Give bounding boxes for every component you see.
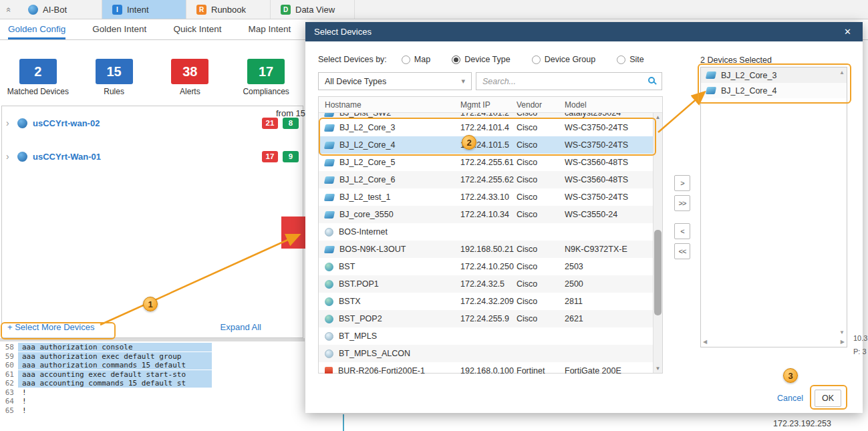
device-row[interactable]: BJ_Dist_SW2172.24.101.2Ciscocatalyst2950… <box>319 113 662 119</box>
scroll-right-icon[interactable]: ▶ <box>841 339 845 345</box>
line-number: 58 <box>0 343 18 351</box>
model-cell: WS-C3550-24 <box>565 210 653 219</box>
hostname-text: BJ_L2_test_1 <box>339 192 390 202</box>
header-hostname[interactable]: Hostname <box>319 100 460 110</box>
stat-alerts[interactable]: 38 Alerts <box>152 59 229 96</box>
header-model[interactable]: Model <box>565 100 653 110</box>
device-row[interactable]: BST.POP1172.24.32.5Cisco2500 <box>319 275 662 293</box>
device-type-dropdown[interactable]: All Device Types ▾ <box>318 72 472 90</box>
hostname-cell: BSTX <box>319 297 460 306</box>
radio-option-site[interactable]: Site <box>617 55 644 64</box>
subtab-quick-intent[interactable]: Quick Intent <box>173 19 221 39</box>
device-row[interactable]: BJ_L2_Core_3172.24.101.4CiscoWS-C3750-24… <box>319 119 662 136</box>
ok-count-badge: 8 <box>283 118 299 129</box>
stat-matched-devices[interactable]: 2 Matched Devices <box>0 59 76 96</box>
device-row[interactable]: BJ_core_3550172.24.10.34CiscoWS-C3550-24 <box>319 206 662 223</box>
tab-runbook[interactable]: R Runbook <box>186 0 271 19</box>
hostname-cell: BOS-N9K-L3OUT <box>319 245 460 254</box>
expand-chevron-icon[interactable]: › <box>6 118 16 128</box>
tab-data-view[interactable]: D Data View <box>271 0 355 19</box>
router-device-icon <box>325 297 333 306</box>
hostname-cell: BST_POP2 <box>319 314 460 323</box>
scroll-up-icon[interactable]: ▲ <box>654 113 662 122</box>
radio-label: Device Group <box>545 55 595 64</box>
device-row[interactable]: BOS-Internet <box>319 223 662 241</box>
selected-devices-list: BJ_L2_Core_3BJ_L2_Core_4 <box>701 67 847 98</box>
device-row[interactable]: BJ_L2_Core_4172.24.101.5CiscoWS-C3750-24… <box>319 136 662 154</box>
subtab-golden-intent[interactable]: Golden Intent <box>92 19 146 39</box>
device-tree-row[interactable]: › usCCYrt-Wan-01 17 9 <box>6 148 299 165</box>
selected-device-name: BJ_L2_Core_4 <box>721 86 776 96</box>
scroll-thumb[interactable] <box>654 230 662 315</box>
device-row[interactable]: BT_MPLS_ALCON <box>319 345 662 362</box>
mgmt-ip-cell: 172.24.255.62 <box>460 175 517 184</box>
scroll-down-icon[interactable]: ▼ <box>839 329 845 335</box>
radio-option-device-group[interactable]: Device Group <box>532 55 595 64</box>
collapse-icon[interactable]: « <box>0 0 18 19</box>
scroll-left-icon[interactable]: ◀ <box>703 339 707 345</box>
device-row[interactable]: BOS-N9K-L3OUT192.168.50.21CiscoN9K-C9372… <box>319 241 662 258</box>
tab-intent[interactable]: I Intent <box>102 0 186 19</box>
device-tree-row[interactable]: › usCCYrt-wan-02 21 8 <box>6 114 299 132</box>
search-icon[interactable] <box>648 77 655 84</box>
ok-button[interactable]: OK <box>815 390 841 407</box>
mgmt-ip-cell: 172.24.10.34 <box>460 210 517 219</box>
subtab-golden-config[interactable]: Golden Config <box>8 19 65 39</box>
scroll-up-icon[interactable]: ▲ <box>839 69 845 76</box>
router-device-icon <box>325 280 333 289</box>
header-vendor[interactable]: Vendor <box>517 100 565 110</box>
expand-all-link[interactable]: Expand All <box>221 322 261 332</box>
code-line: 58aaa authorization console <box>0 343 305 352</box>
select-more-devices-link[interactable]: + Select More Devices <box>7 322 94 332</box>
from-text-fragment: from 15 <box>276 108 305 118</box>
device-row[interactable]: BJ_L2_test_1172.24.33.10CiscoWS-C3750-24… <box>319 188 662 206</box>
selected-device-item[interactable]: BJ_L2_Core_3 <box>701 67 847 83</box>
move-all-right-button[interactable]: >> <box>674 195 690 211</box>
device-row[interactable]: BT_MPLS <box>319 327 662 345</box>
device-row[interactable]: BUR-R206-Forti200E-1192.168.0.100Fortine… <box>319 362 662 374</box>
search-input[interactable] <box>476 73 662 90</box>
close-icon[interactable]: ✕ <box>841 27 854 37</box>
vendor-cell: Fortinet <box>517 366 565 374</box>
radio-option-map[interactable]: Map <box>402 55 430 64</box>
alert-box-fragment <box>281 217 306 249</box>
radio-option-device-type[interactable]: Device Type <box>452 55 511 64</box>
tab-ai-bot[interactable]: AI-Bot <box>18 0 102 19</box>
code-line: 60aaa authorization commands 15 default <box>0 361 305 370</box>
move-left-button[interactable]: < <box>674 223 690 239</box>
stats-row: 2 Matched Devices 15 Rules 38 Alerts 17 … <box>0 59 304 96</box>
device-row[interactable]: BJ_L2_Core_5172.24.255.61CiscoWS-C3560-4… <box>319 154 662 171</box>
stat-value: 2 <box>19 59 57 84</box>
select-by-label: Select Devices by: <box>318 55 387 64</box>
hostname-cell: BOS-Internet <box>319 227 460 237</box>
hostname-text: BT_MPLS <box>339 331 377 341</box>
device-row[interactable]: BSTX172.24.32.209Cisco2811 <box>319 293 662 310</box>
radio-icon <box>452 55 460 64</box>
move-right-button[interactable]: > <box>674 175 690 191</box>
subtab-map-intent[interactable]: Map Intent <box>248 19 291 39</box>
device-name: usCCYrt-wan-02 <box>33 118 257 128</box>
expand-chevron-icon[interactable]: › <box>6 151 16 162</box>
chevron-down-icon: ▾ <box>461 77 465 86</box>
stat-compliances[interactable]: 17 Compliances <box>228 59 304 96</box>
header-mgmt-ip[interactable]: Mgmt IP <box>460 100 517 110</box>
config-editor[interactable]: 58aaa authorization console59aaa authori… <box>0 343 305 431</box>
globe-device-icon <box>325 332 333 341</box>
selected-device-item[interactable]: BJ_L2_Core_4 <box>701 83 847 98</box>
hostname-text: BST <box>339 262 355 271</box>
table-scrollbar[interactable]: ▲ ▼ <box>653 113 662 373</box>
device-row[interactable]: BST172.24.10.250Cisco2503 <box>319 258 662 275</box>
move-all-left-button[interactable]: << <box>674 243 690 259</box>
vendor-cell: Cisco <box>517 140 565 150</box>
annotation-step-3: 3 <box>783 368 798 383</box>
radio-label: Device Type <box>464 55 511 64</box>
tab-label: Runbook <box>211 5 246 15</box>
cancel-button[interactable]: Cancel <box>777 394 803 403</box>
device-row[interactable]: BJ_L2_Core_6172.24.255.62CiscoWS-C3560-4… <box>319 171 662 188</box>
scroll-down-icon[interactable]: ▼ <box>654 364 662 373</box>
vendor-cell: Cisco <box>517 158 565 167</box>
device-row[interactable]: BST_POP2172.24.255.9Cisco2621 <box>319 310 662 327</box>
stat-rules[interactable]: 15 Rules <box>76 59 152 96</box>
select-devices-modal: Select Devices ✕ Select Devices by: MapD… <box>305 22 863 413</box>
vendor-cell: Cisco <box>517 297 565 306</box>
